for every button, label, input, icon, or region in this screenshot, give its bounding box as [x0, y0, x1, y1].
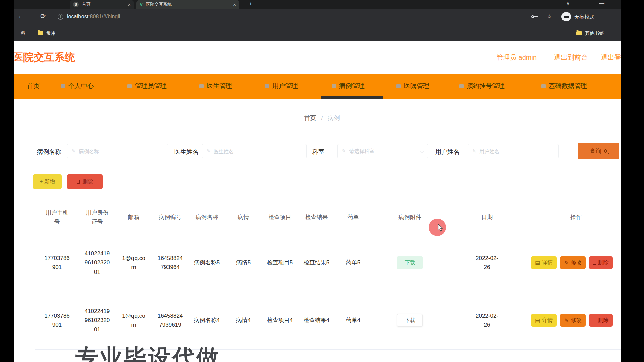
other-bookmarks[interactable]: 其他书签: [585, 30, 604, 36]
vue-favicon-icon: V: [140, 2, 143, 7]
close-icon[interactable]: ×: [233, 2, 236, 7]
bookmark-partial-label[interactable]: 料: [21, 30, 25, 36]
download-button[interactable]: 下载: [397, 256, 423, 269]
incognito-icon: [561, 12, 571, 21]
table-row: 17703786901 410224199610232001 1@qq.com …: [35, 292, 626, 349]
nav-item-base-data-management[interactable]: 基础数据管理: [541, 74, 587, 99]
query-label: 查询: [590, 147, 601, 155]
doctor-icon: [199, 84, 204, 88]
col-case-no: 病例编号: [152, 213, 189, 222]
detail-label: 详情: [542, 259, 553, 266]
trash-icon: [77, 180, 80, 184]
cell-case-name: 病例名称5: [194, 258, 220, 267]
site-title: 医院交互系统: [13, 50, 75, 64]
col-check-item: 检查项目: [262, 213, 298, 222]
cell-case-name: 病例名称4: [194, 316, 220, 325]
detail-button[interactable]: ▤详情: [531, 314, 557, 327]
close-icon[interactable]: ×: [128, 2, 131, 7]
cell-id-card: 410224199610232001: [84, 249, 110, 277]
department-select[interactable]: 请选择科室: [337, 144, 428, 158]
query-button[interactable]: 查询: [578, 143, 619, 159]
row-delete-button[interactable]: 删除: [589, 314, 613, 327]
window-menu-icon[interactable]: ∨: [566, 1, 570, 6]
detail-label: 详情: [542, 317, 553, 324]
doctor-name-label: 医生姓名: [174, 148, 199, 156]
edit-label: 修改: [571, 259, 582, 266]
detail-icon: ▤: [535, 317, 540, 324]
nav-label: 个人中心: [68, 82, 94, 90]
database-icon: [541, 84, 546, 88]
nav-label: 医嘱管理: [404, 82, 429, 90]
case-name-input[interactable]: [67, 144, 168, 158]
url-host: localhost: [67, 14, 88, 19]
col-actions: 操作: [526, 213, 626, 222]
edit-button[interactable]: ✎修改: [560, 256, 585, 269]
edit-icon: ✎: [564, 317, 569, 324]
bookmark-star-icon[interactable]: ☆: [547, 13, 552, 20]
department-label: 科室: [312, 148, 324, 156]
nav-item-doctor-management[interactable]: 医生管理: [199, 74, 232, 99]
edit-icon: ✎: [564, 260, 569, 266]
cases-table: 用户手机号 用户身份证号 邮箱 病例编号 病例名称 病情 检查项目 检查结果 药…: [35, 200, 626, 350]
nav-label: 医生管理: [207, 82, 232, 90]
browser-tab-hospital-system[interactable]: V 医院交互系统 ×: [136, 0, 239, 9]
nav-label: 基础数据管理: [549, 82, 587, 90]
input-prefix-icon: ✎: [342, 148, 346, 154]
mouse-cursor-icon: [436, 223, 445, 232]
site-info-icon[interactable]: i: [58, 14, 63, 20]
row-actions: ▤详情 ✎修改 删除: [522, 256, 622, 269]
admin-user-link[interactable]: 管理员 admin: [496, 53, 537, 62]
favicon-s-icon: S: [73, 2, 79, 7]
tab-title: 首页: [82, 1, 125, 7]
doctor-name-input[interactable]: [202, 144, 307, 158]
new-tab-icon[interactable]: +: [249, 1, 252, 7]
delete-button[interactable]: 删除: [67, 174, 103, 189]
cell-illness: 病情5: [230, 258, 257, 267]
row-delete-button[interactable]: 删除: [589, 256, 613, 269]
nav-label: 病例管理: [339, 82, 365, 90]
nav-label: 管理员管理: [135, 82, 167, 90]
letterbox-left: [0, 0, 14, 362]
incognito-label: 无痕模式: [574, 14, 594, 20]
password-key-icon[interactable]: [531, 15, 534, 18]
window-minimize-icon[interactable]: —: [599, 0, 604, 6]
letterbox-right: [621, 0, 644, 362]
watermark-text: 专业毕设代做: [75, 343, 220, 362]
address-bar[interactable]: localhost:8081/#/bingli: [67, 14, 120, 20]
nav-item-user-management[interactable]: 用户管理: [265, 74, 298, 99]
nav-item-home[interactable]: 首页: [27, 74, 40, 99]
nav-label: 首页: [27, 82, 40, 90]
add-button[interactable]: + 新增: [33, 174, 62, 189]
main-nav: 首页 个人中心 管理员管理 医生管理 用户管理 病例管理 医嘱管理 预约挂号管理…: [0, 74, 644, 99]
exit-to-front-link[interactable]: 退出到前台: [554, 53, 588, 62]
nav-item-personal-center[interactable]: 个人中心: [61, 74, 94, 99]
users-icon: [265, 84, 269, 88]
cell-id-card: 410224199610232001: [84, 307, 110, 334]
detail-icon: ▤: [535, 260, 540, 266]
search-icon: [604, 149, 607, 153]
edit-button[interactable]: ✎修改: [560, 314, 585, 327]
plus-icon: +: [40, 179, 43, 184]
detail-button[interactable]: ▤详情: [531, 256, 557, 269]
nav-item-medical-order-management[interactable]: 医嘱管理: [396, 74, 429, 99]
col-prescription: 药单: [335, 213, 371, 222]
cell-phone: 17703786901: [44, 311, 70, 329]
bookmark-folder-common[interactable]: 常用: [46, 30, 56, 36]
browser-tab-home[interactable]: S 首页 ×: [70, 0, 134, 9]
edit-label: 修改: [571, 317, 582, 324]
col-date: 日期: [448, 213, 526, 222]
download-button[interactable]: 下载: [397, 314, 423, 327]
cell-date: 2022-02-26: [474, 311, 500, 329]
nav-item-case-management[interactable]: 病例管理: [332, 74, 365, 99]
user-name-label: 用户姓名: [435, 148, 460, 156]
user-name-input[interactable]: [468, 144, 559, 158]
nav-item-admin-management[interactable]: 管理员管理: [127, 74, 167, 99]
col-phone: 用户手机号: [44, 208, 70, 226]
forward-icon[interactable]: →: [15, 13, 22, 20]
refresh-icon[interactable]: ⟳: [40, 12, 46, 20]
admin-icon: [127, 84, 132, 88]
breadcrumb-home[interactable]: 首页: [304, 115, 316, 121]
cell-email: 1@qq.com: [121, 254, 147, 272]
col-check-result: 检查结果: [298, 213, 335, 222]
nav-item-appointment-management[interactable]: 预约挂号管理: [459, 74, 505, 99]
